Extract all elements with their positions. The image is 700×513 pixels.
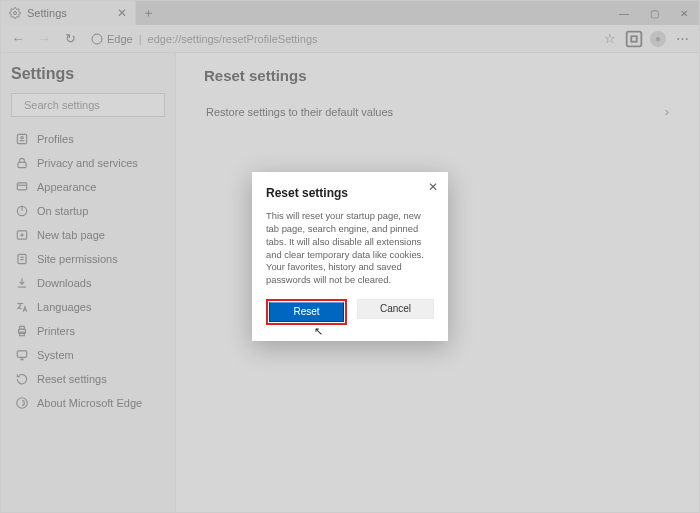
cancel-button[interactable]: Cancel (357, 299, 434, 319)
modal-overlay: ✕ Reset settings This will reset your st… (1, 1, 699, 512)
reset-settings-dialog: ✕ Reset settings This will reset your st… (252, 172, 448, 340)
dialog-title: Reset settings (266, 186, 434, 200)
dialog-close-button[interactable]: ✕ (428, 180, 438, 194)
reset-button[interactable]: Reset (269, 302, 344, 322)
dialog-body: This will reset your startup page, new t… (266, 210, 434, 286)
reset-button-highlight: Reset ↖ (266, 299, 347, 325)
cursor-icon: ↖ (314, 325, 323, 338)
